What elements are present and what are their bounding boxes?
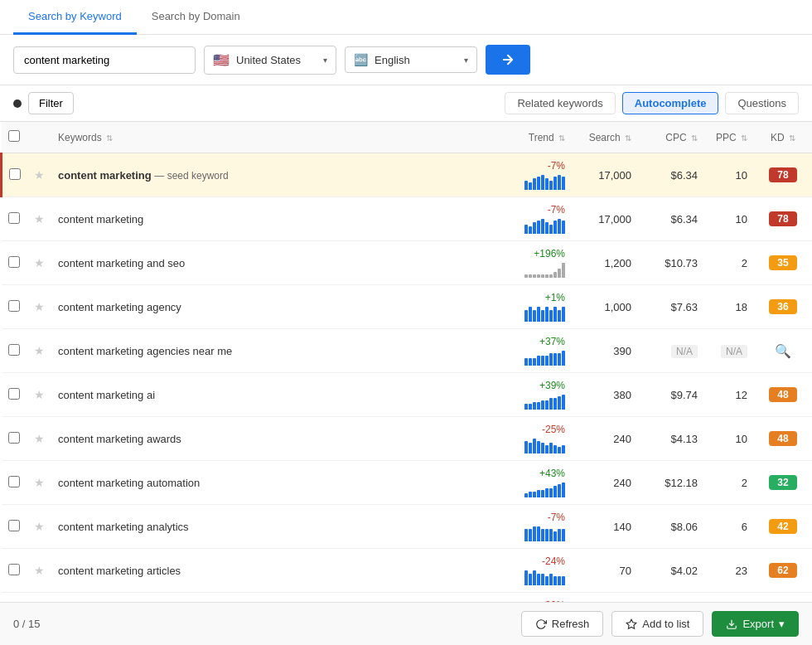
star-icon[interactable]: ★ <box>34 168 45 182</box>
trend-mini-bars <box>471 437 565 453</box>
row-checkbox[interactable] <box>8 256 20 268</box>
mini-bar <box>541 274 544 278</box>
row-checkbox-cell <box>2 461 28 505</box>
country-select[interactable]: 🇺🇸 United States ▾ <box>204 46 336 75</box>
search-volume-cell: 240 <box>572 417 638 461</box>
mini-bar <box>529 307 532 322</box>
keyword-text: content marketing automation <box>58 477 200 489</box>
svg-marker-0 <box>626 619 636 628</box>
table-row: ★content marketing and seo+196%1,200$10.… <box>2 241 813 285</box>
star-icon[interactable]: ★ <box>34 564 45 577</box>
flag-icon: 🇺🇸 <box>213 52 230 68</box>
trend-value: -7% <box>471 204 565 216</box>
questions-button[interactable]: Questions <box>725 92 799 114</box>
kd-cell: 48 <box>754 417 812 461</box>
mini-bar <box>529 529 532 541</box>
star-icon[interactable]: ★ <box>34 520 45 533</box>
search-input[interactable] <box>13 46 196 74</box>
mini-bar <box>549 529 553 541</box>
search-volume-cell: 390 <box>572 329 638 373</box>
row-checkbox[interactable] <box>8 388 20 400</box>
mini-bar <box>562 445 565 453</box>
row-checkbox[interactable] <box>8 212 20 224</box>
mini-bar <box>541 400 544 410</box>
kd-cell: 48 <box>754 373 812 417</box>
table-row: ★content marketing ai+39%380$9.741248 <box>2 373 813 417</box>
mini-bar <box>549 398 553 410</box>
mini-bar <box>545 178 549 190</box>
ppc-cell: 23 <box>704 549 754 593</box>
search-volume-cell: 1,000 <box>572 285 638 329</box>
star-icon[interactable]: ★ <box>34 388 45 401</box>
search-bar: 🇺🇸 United States ▾ 🔤 English ▾ <box>0 35 812 85</box>
tab-search-by-keyword[interactable]: Search by Keyword <box>13 0 137 35</box>
search-button[interactable] <box>486 45 530 75</box>
ppc-column-header[interactable]: PPC ⇅ <box>704 122 754 153</box>
row-checkbox-cell <box>2 373 28 417</box>
trend-mini-bars <box>471 217 565 234</box>
trend-mini-bars <box>471 305 565 322</box>
star-icon[interactable]: ★ <box>34 344 45 357</box>
autocomplete-button[interactable]: Autocomplete <box>622 92 719 114</box>
ppc-cell: 9 <box>704 593 754 603</box>
refresh-button[interactable]: Refresh <box>521 611 604 637</box>
search-column-header[interactable]: Search ⇅ <box>572 122 638 153</box>
row-checkbox[interactable] <box>8 344 20 356</box>
download-icon <box>726 618 737 630</box>
star-icon[interactable]: ★ <box>34 300 45 313</box>
star-icon[interactable]: ★ <box>34 476 45 489</box>
mini-bar <box>537 274 540 278</box>
row-checkbox[interactable] <box>8 564 20 575</box>
mini-bar <box>545 488 549 497</box>
cpc-cell: $6.34 <box>638 197 704 241</box>
trend-column-header[interactable]: Trend ⇅ <box>464 122 572 153</box>
sort-arrows-cpc: ⇅ <box>691 133 698 143</box>
row-checkbox[interactable] <box>8 300 20 312</box>
language-select[interactable]: 🔤 English ▾ <box>345 46 477 73</box>
cpc-column-header[interactable]: CPC ⇅ <box>638 122 704 153</box>
row-checkbox[interactable] <box>8 432 20 444</box>
related-keywords-button[interactable]: Related keywords <box>505 92 615 114</box>
mini-bar <box>558 310 561 322</box>
mini-bar <box>545 576 549 585</box>
cpc-cell: $7.63 <box>638 285 704 329</box>
row-star-cell: ★ <box>27 241 51 285</box>
tab-search-by-domain[interactable]: Search by Domain <box>137 0 255 35</box>
mini-bar <box>524 404 528 410</box>
row-checkbox-cell <box>2 329 28 373</box>
star-icon[interactable]: ★ <box>34 212 45 226</box>
star-icon[interactable]: ★ <box>34 432 45 445</box>
search-volume-cell: 17,000 <box>572 153 638 197</box>
mini-bar <box>529 492 532 497</box>
sort-arrows-trend: ⇅ <box>558 133 565 143</box>
keyword-cell: content marketing analytics <box>51 505 464 549</box>
row-checkbox-cell <box>2 197 28 241</box>
mini-bar <box>537 221 540 234</box>
kd-badge: 78 <box>769 167 797 182</box>
filter-button[interactable]: Filter <box>28 92 74 114</box>
mini-bar <box>558 353 561 366</box>
star-header <box>27 122 51 153</box>
table-body: ★content marketing — seed keyword-7%17,0… <box>2 153 813 603</box>
cpc-cell: $12.18 <box>638 461 704 505</box>
row-checkbox[interactable] <box>9 168 21 180</box>
table-row: ★content marketing agencies near me+37%3… <box>2 329 813 373</box>
mini-bar <box>549 488 553 497</box>
row-checkbox[interactable] <box>8 520 20 531</box>
select-all-checkbox[interactable] <box>8 130 20 142</box>
keywords-column-header[interactable]: Keywords ⇅ <box>51 122 464 153</box>
trend-value: +1% <box>471 292 565 303</box>
trend-value: +196% <box>471 248 565 259</box>
keyword-cell: content marketing automation <box>51 461 464 505</box>
trend-mini-bars <box>471 569 565 585</box>
export-button[interactable]: Export ▾ <box>712 611 799 637</box>
row-checkbox[interactable] <box>8 476 20 487</box>
keyword-cell: content marketing <box>51 197 464 241</box>
mini-bar <box>537 356 540 366</box>
kd-column-header[interactable]: KD ⇅ <box>754 122 812 153</box>
ppc-cell: 10 <box>704 153 754 197</box>
add-to-list-button[interactable]: Add to list <box>611 611 703 637</box>
mini-bar <box>562 483 565 497</box>
mini-bar <box>541 310 544 322</box>
star-icon[interactable]: ★ <box>34 256 45 269</box>
